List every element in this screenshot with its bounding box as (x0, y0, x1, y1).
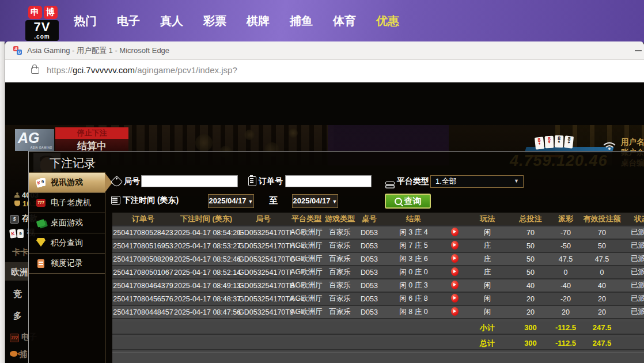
menu-lottery[interactable]: 彩票 (203, 13, 226, 29)
game-type: 百家乐 (325, 241, 355, 251)
minimize-icon[interactable] (635, 50, 642, 51)
round-no: GD053254170TF (238, 269, 288, 277)
bg-menu-europe[interactable]: 欧洲 (11, 267, 28, 278)
menu-sports[interactable]: 体育 (333, 13, 356, 29)
subtotal-row: 小计300-112.5247.5 (112, 322, 644, 335)
window-titlebar[interactable]: AG Asia Gaming - 用户配置 1 - Microsoft Edge (5, 41, 644, 60)
game-type: 百家乐 (325, 254, 355, 264)
menu-slots[interactable]: 电子 (117, 13, 140, 29)
valid-bet: 40 (579, 282, 624, 290)
search-button[interactable]: 查询 (385, 194, 431, 209)
table-header-row: 订单号下注时间 (美东)局号平台类型游戏类型桌号结果玩法总投注派彩有效投注额状态 (112, 213, 644, 226)
status: 已派彩 (624, 307, 644, 317)
round-no-label: 局号 (124, 176, 140, 187)
payout: -50 (552, 242, 579, 250)
replay-button[interactable] (451, 254, 459, 263)
slot-777-icon: 777 (10, 334, 19, 342)
sidebar-item-points-query[interactable]: 积分查询 (29, 233, 105, 254)
platform: AG欧洲厅 (288, 254, 325, 264)
url-text[interactable]: https://gci.7vvvvvv.com/agingame/pcv1/in… (47, 65, 237, 75)
result: 闲 7 庄 5 (384, 241, 444, 251)
valid-bet: 20 (579, 308, 624, 316)
replay-button[interactable] (451, 267, 459, 276)
platform-type-label: 平台类型 (397, 176, 429, 187)
bet-side: 闲 (465, 228, 509, 237)
bet-time: 2025-04-17 08:49:13 (174, 282, 238, 290)
platform: AG欧洲厅 (288, 307, 325, 317)
logo-7v-box: 7V .com (25, 20, 59, 41)
platform: AG欧洲厅 (288, 241, 325, 251)
sidebar-item-slot-machines[interactable]: 777 电子老虎机 (29, 193, 105, 213)
table-no: D053 (355, 295, 384, 303)
to-label: 至 (269, 195, 278, 206)
date-to-picker[interactable]: 2025/04/17▼ (292, 194, 338, 208)
order-no: 250417080508209 (112, 255, 174, 263)
replay-button[interactable] (451, 307, 459, 316)
site-logo[interactable]: 申 博 7V .com (25, 6, 60, 41)
menu-fishing[interactable]: 捕鱼 (290, 13, 313, 29)
address-bar[interactable]: https://gci.7vvvvvv.com/agingame/pcv1/in… (5, 60, 644, 83)
platform: AG欧洲厅 (288, 281, 325, 290)
logo-badge-shen: 申 (28, 6, 42, 19)
page-viewport: AG ASIA GAMING 停止下注 结算中 4003 10.3 $存款 K9… (5, 82, 644, 363)
menu-promo[interactable]: 优惠 (376, 13, 399, 29)
screen: 申 博 7V .com 热门 电子 真人 彩票 棋牌 捕鱼 体育 优惠 AG A… (0, 0, 644, 363)
result: 闲 8 庄 0 (384, 307, 444, 317)
replay-button[interactable] (451, 281, 459, 289)
document-icon (36, 258, 46, 269)
sidebar-item-live-games[interactable]: K9 视讯游戏 (29, 173, 105, 193)
sidebar-label: 额度记录 (51, 258, 83, 269)
calendar-icon (111, 196, 120, 207)
modal-title: 下注记录 (50, 156, 96, 171)
lock-icon[interactable] (31, 67, 39, 74)
bg-menu-duo[interactable]: 多 (13, 311, 22, 322)
replay-button[interactable] (451, 228, 459, 236)
bg-menu-jing[interactable]: 竞 (13, 289, 22, 300)
game-type: 百家乐 (325, 294, 355, 304)
platform-type-select[interactable]: 1.全部 ▼ (430, 175, 524, 188)
sidebar-label: 电子老虎机 (51, 198, 91, 208)
round-no-input[interactable] (141, 175, 238, 187)
menu-live[interactable]: 真人 (160, 13, 183, 29)
payout: -20 (552, 295, 579, 303)
total-bet: 40 (509, 282, 552, 290)
replay-button[interactable] (451, 241, 459, 249)
dollar-icon: $ (10, 215, 19, 224)
payout: -112.5 (552, 339, 579, 347)
menu-board[interactable]: 棋牌 (247, 13, 270, 29)
order-no: 250417080501067 (112, 269, 174, 277)
order-no-input[interactable] (285, 175, 372, 187)
menu-hot[interactable]: 热门 (74, 13, 97, 29)
status: 已派彩 (624, 281, 644, 290)
bg-menu-kaka[interactable]: 卡卡 (12, 247, 28, 258)
replay-button[interactable] (451, 294, 459, 302)
status: 已派彩 (624, 294, 644, 304)
bg-menu-fishing[interactable]: 捕 (10, 349, 28, 360)
card-9-icon: 9 (17, 229, 24, 238)
status: 已派彩 (624, 254, 644, 264)
sidebar-item-table-games[interactable]: 桌面游戏 (29, 213, 105, 233)
bet-side: 庄 (465, 267, 509, 277)
order-no: 250417080516953 (112, 242, 174, 250)
round-no: GD053254170TG (238, 255, 288, 263)
order-no: 250417080464379 (112, 282, 174, 290)
chevron-down-icon: ▼ (332, 199, 338, 205)
date-from-picker[interactable]: 2025/04/17▼ (208, 194, 254, 208)
platform: AG欧洲厅 (288, 267, 325, 277)
sidebar-item-credit-records[interactable]: 额度记录 (29, 254, 105, 274)
sidebar-label: 桌面游戏 (51, 218, 83, 228)
bet-side: 闲 (465, 294, 509, 304)
round-no: GD053254170T9 (238, 308, 288, 316)
table-no: D053 (355, 255, 384, 263)
poker-card: 8♥ (545, 136, 554, 149)
table-no: 桌号 (355, 214, 384, 224)
ag-brand-tile: AG ASIA GAMING (15, 129, 54, 151)
divider (112, 352, 644, 353)
platform: AG欧洲厅 (288, 294, 325, 304)
total-bet: 50 (509, 242, 552, 250)
search-icon (395, 198, 402, 205)
total-bet: 300 (509, 323, 552, 332)
window-title: Asia Gaming - 用户配置 1 - Microsoft Edge (27, 46, 169, 56)
total-bet: 20 (509, 308, 552, 316)
bet-time: 2025-04-17 08:54:20 (174, 229, 238, 237)
